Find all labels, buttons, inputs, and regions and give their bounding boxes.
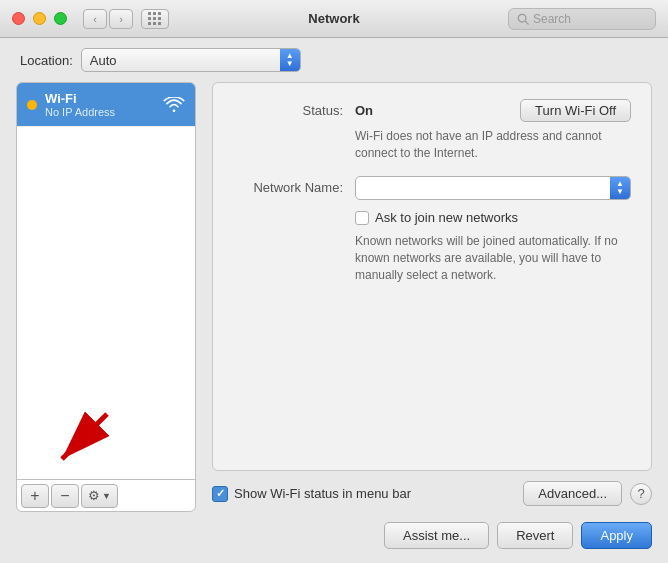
- gear-dropdown-icon: ▼: [102, 491, 111, 501]
- apply-button[interactable]: Apply: [581, 522, 652, 549]
- hint-text: Known networks will be joined automatica…: [355, 233, 631, 285]
- location-bar: Location: Auto ▲ ▼: [0, 38, 668, 82]
- apps-button[interactable]: [141, 9, 169, 29]
- detail-bottom: Show Wi-Fi status in menu bar Advanced..…: [212, 471, 652, 512]
- gear-button[interactable]: ⚙ ▼: [81, 484, 118, 508]
- ask-join-networks-row: Ask to join new networks: [355, 210, 631, 225]
- location-arrows-icon: ▲ ▼: [280, 49, 300, 71]
- body-split: Wi-Fi No IP Address: [0, 82, 668, 512]
- footer: Assist me... Revert Apply: [0, 512, 668, 563]
- search-box[interactable]: Search: [508, 8, 656, 30]
- close-button[interactable]: [12, 12, 25, 25]
- sidebar-item-wifi[interactable]: Wi-Fi No IP Address: [17, 83, 195, 127]
- detail-panel: Status: On Turn Wi-Fi Off Wi-Fi does not…: [212, 82, 652, 512]
- help-button[interactable]: ?: [630, 483, 652, 505]
- wifi-icon: [163, 97, 185, 113]
- turn-wifi-off-button[interactable]: Turn Wi-Fi Off: [520, 99, 631, 122]
- show-wifi-status-label: Show Wi-Fi status in menu bar: [234, 486, 523, 501]
- show-wifi-status-checkbox[interactable]: [212, 486, 228, 502]
- gear-icon: ⚙: [88, 488, 100, 503]
- remove-network-button[interactable]: −: [51, 484, 79, 508]
- grid-icon: [148, 12, 162, 26]
- sidebar-item-sub: No IP Address: [45, 106, 163, 118]
- sidebar-item-text: Wi-Fi No IP Address: [45, 91, 163, 118]
- location-select[interactable]: Auto ▲ ▼: [81, 48, 301, 72]
- ask-join-networks-checkbox[interactable]: [355, 211, 369, 225]
- titlebar: ‹ › Network Search: [0, 0, 668, 38]
- minimize-button[interactable]: [33, 12, 46, 25]
- status-label: Status:: [233, 103, 343, 118]
- forward-icon: ›: [119, 13, 123, 25]
- network-name-row: Network Name: ▲ ▼: [233, 176, 631, 200]
- status-row: Status: On Turn Wi-Fi Off: [233, 99, 631, 122]
- main-content: Location: Auto ▲ ▼ Wi-Fi No IP Address: [0, 38, 668, 563]
- svg-line-1: [525, 21, 528, 24]
- status-description: Wi-Fi does not have an IP address and ca…: [355, 128, 631, 162]
- add-network-button[interactable]: +: [21, 484, 49, 508]
- network-select-arrows-icon: ▲ ▼: [610, 177, 630, 199]
- nav-arrows: ‹ ›: [83, 9, 133, 29]
- window-title: Network: [308, 11, 359, 26]
- network-name-label: Network Name:: [233, 180, 343, 195]
- maximize-button[interactable]: [54, 12, 67, 25]
- revert-button[interactable]: Revert: [497, 522, 573, 549]
- sidebar-list: Wi-Fi No IP Address: [17, 83, 195, 479]
- network-name-select[interactable]: ▲ ▼: [355, 176, 631, 200]
- sidebar: Wi-Fi No IP Address: [16, 82, 196, 512]
- back-button[interactable]: ‹: [83, 9, 107, 29]
- location-label: Location:: [20, 53, 73, 68]
- back-icon: ‹: [93, 13, 97, 25]
- location-value: Auto: [90, 53, 292, 68]
- wifi-status-dot: [27, 100, 37, 110]
- advanced-button[interactable]: Advanced...: [523, 481, 622, 506]
- assist-me-button[interactable]: Assist me...: [384, 522, 489, 549]
- forward-button[interactable]: ›: [109, 9, 133, 29]
- search-icon: [517, 13, 529, 25]
- sidebar-item-name: Wi-Fi: [45, 91, 163, 106]
- sidebar-toolbar: + − ⚙ ▼: [17, 479, 195, 511]
- status-value: On: [355, 103, 520, 118]
- search-placeholder: Search: [533, 12, 571, 26]
- detail-section: Status: On Turn Wi-Fi Off Wi-Fi does not…: [212, 82, 652, 471]
- window-controls: [12, 12, 67, 25]
- ask-join-networks-label: Ask to join new networks: [375, 210, 518, 225]
